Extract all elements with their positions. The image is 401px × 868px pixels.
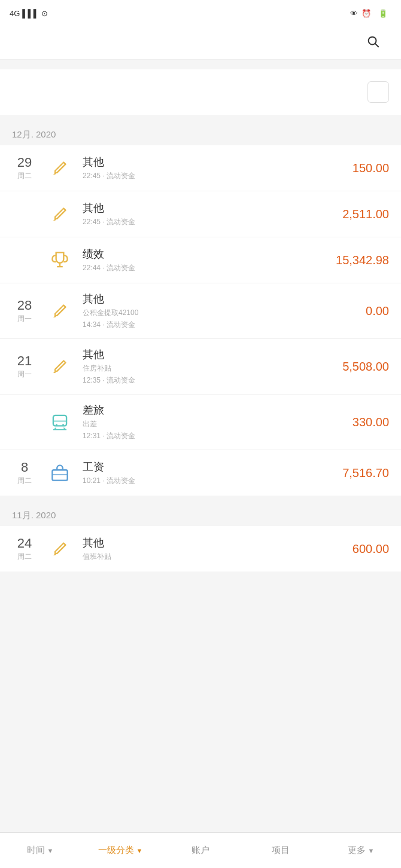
transaction-item[interactable]: 其他22:45 · 流动资金2,511.00 <box>0 191 401 237</box>
transaction-item[interactable]: 29周二 其他22:45 · 流动资金150.00 <box>0 145 401 191</box>
item-sub1: 22:45 · 流动资金 <box>83 171 344 181</box>
item-info: 工资10:21 · 流动资金 <box>83 460 334 486</box>
svg-marker-25 <box>55 543 65 554</box>
month-header: 12月. 2020 <box>0 122 401 145</box>
pencil-icon <box>45 352 74 381</box>
transaction-item[interactable]: 21周一 其他住房补贴12:35 · 流动资金5,508.00 <box>0 339 401 395</box>
date-weekday: 周二 <box>12 171 37 181</box>
svg-marker-13 <box>55 361 65 371</box>
pencil-icon <box>45 534 74 563</box>
alarm-icon: ⏰ <box>361 9 371 18</box>
item-name: 工资 <box>83 460 334 474</box>
transaction-item[interactable]: 差旅出差12:31 · 流动资金330.00 <box>0 395 401 450</box>
transaction-list: 12月. 202029周二 其他22:45 · 流动资金150.00 其他22:… <box>0 115 401 586</box>
date-col: 29周二 <box>12 155 37 181</box>
nav-label: 项目 <box>272 845 290 856</box>
svg-marker-5 <box>55 209 65 219</box>
nav-item-账户[interactable]: 账户 <box>160 833 241 868</box>
item-sub1: 22:44 · 流动资金 <box>83 263 327 273</box>
item-amount: 15,342.98 <box>336 253 389 267</box>
svg-point-18 <box>56 424 57 426</box>
item-amount: 2,511.00 <box>342 207 389 221</box>
date-weekday: 周一 <box>12 369 37 380</box>
date-day: 24 <box>12 536 37 551</box>
header-actions <box>354 35 391 51</box>
item-name: 其他 <box>83 292 357 306</box>
item-name: 其他 <box>83 155 344 169</box>
collapse-button[interactable] <box>367 81 389 103</box>
item-amount: 0.00 <box>366 304 389 318</box>
train-icon <box>45 408 74 436</box>
status-signal: 4G ▌▌▌ ⊙ <box>10 9 48 18</box>
date-day: 8 <box>12 460 37 475</box>
item-sub1: 22:45 · 流动资金 <box>83 217 334 227</box>
item-info: 绩效22:44 · 流动资金 <box>83 247 327 273</box>
date-weekday: 周一 <box>12 314 37 324</box>
search-icon[interactable] <box>366 35 379 51</box>
item-amount: 7,516.70 <box>342 466 389 480</box>
date-col: 8周二 <box>12 460 37 485</box>
header <box>0 26 401 60</box>
nav-item-项目[interactable]: 项目 <box>241 833 321 868</box>
pencil-icon <box>45 200 74 228</box>
item-info: 其他22:45 · 流动资金 <box>83 155 344 181</box>
item-info: 其他值班补贴 <box>83 536 344 562</box>
nav-item-时间[interactable]: 时间▼ <box>0 833 80 868</box>
svg-marker-15 <box>53 371 57 373</box>
svg-marker-4 <box>53 173 57 175</box>
svg-marker-2 <box>55 163 65 173</box>
item-name: 其他 <box>83 536 344 550</box>
svg-marker-12 <box>53 316 57 317</box>
item-sub2: 12:35 · 流动资金 <box>83 375 334 386</box>
item-sub2: 12:31 · 流动资金 <box>83 431 344 441</box>
transaction-item[interactable]: 24周二 其他值班补贴600.00 <box>0 526 401 571</box>
item-name: 其他 <box>83 347 334 362</box>
date-col: 28周一 <box>12 298 37 323</box>
item-sub1: 10:21 · 流动资金 <box>83 476 334 486</box>
item-name: 差旅 <box>83 403 344 417</box>
summary-section <box>0 69 401 115</box>
bag-icon <box>45 459 74 487</box>
svg-marker-7 <box>53 219 57 221</box>
transaction-item[interactable]: 28周一 其他公积金提取4210014:34 · 流动资金0.00 <box>0 283 401 339</box>
signal-bars: ▌▌▌ <box>22 9 39 18</box>
nav-label: 时间 <box>27 845 45 856</box>
item-amount: 330.00 <box>353 415 389 429</box>
svg-rect-23 <box>52 470 67 480</box>
transaction-item[interactable]: 8周二 工资10:21 · 流动资金7,516.70 <box>0 450 401 496</box>
item-name: 其他 <box>83 201 334 215</box>
svg-point-19 <box>62 424 64 426</box>
item-info: 其他公积金提取4210014:34 · 流动资金 <box>83 292 357 330</box>
item-sub1: 值班补贴 <box>83 552 344 562</box>
date-weekday: 周二 <box>12 476 37 486</box>
eye-icon: 👁 <box>350 9 358 18</box>
item-sub1: 住房补贴 <box>83 363 334 374</box>
transaction-item[interactable]: 绩效22:44 · 流动资金15,342.98 <box>0 237 401 283</box>
nav-chevron-icon: ▼ <box>47 847 54 854</box>
status-bar: 4G ▌▌▌ ⊙ 👁 ⏰ 🔋 <box>0 0 401 26</box>
trophy-icon <box>45 246 74 274</box>
item-name: 绩效 <box>83 247 327 261</box>
nav-item-一级分类[interactable]: 一级分类▼ <box>80 833 160 868</box>
nav-chevron-icon: ▼ <box>136 847 143 854</box>
nav-item-更多[interactable]: 更多▼ <box>321 833 401 868</box>
month-header: 11月. 2020 <box>0 503 401 526</box>
svg-line-1 <box>375 44 378 47</box>
date-day: 29 <box>12 155 37 170</box>
date-col: 24周二 <box>12 536 37 561</box>
battery-icon: 🔋 <box>378 9 388 18</box>
signal-text: 4G <box>10 9 20 18</box>
month-section: 12月. 202029周二 其他22:45 · 流动资金150.00 其他22:… <box>0 122 401 496</box>
nav-label: 账户 <box>192 845 209 856</box>
item-info: 差旅出差12:31 · 流动资金 <box>83 403 344 441</box>
item-info: 其他22:45 · 流动资金 <box>83 201 334 227</box>
item-info: 其他住房补贴12:35 · 流动资金 <box>83 347 334 386</box>
bottom-nav: 时间▼一级分类▼账户项目更多▼ <box>0 832 401 868</box>
item-amount: 150.00 <box>353 161 389 175</box>
date-weekday: 周二 <box>12 552 37 562</box>
nav-label: 更多 <box>348 845 366 856</box>
nav-label: 一级分类 <box>98 845 134 856</box>
date-day: 21 <box>12 353 37 369</box>
item-amount: 5,508.00 <box>342 360 389 374</box>
date-day: 28 <box>12 298 37 313</box>
